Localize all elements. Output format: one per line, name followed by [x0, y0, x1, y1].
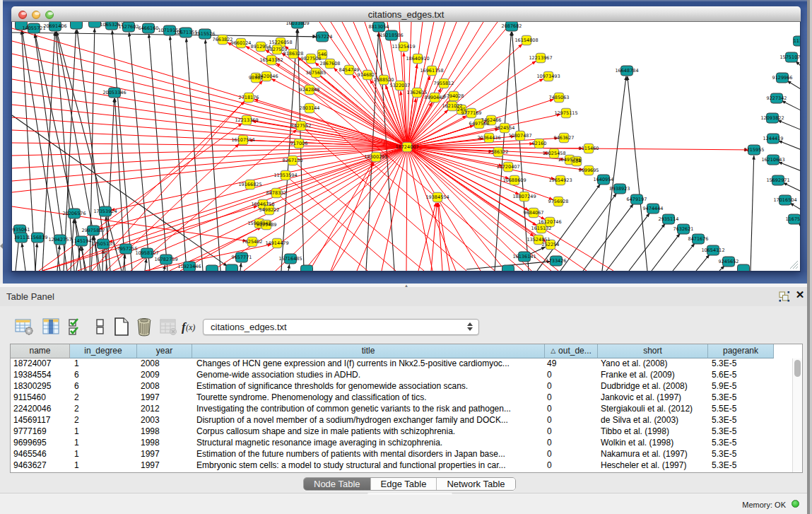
table-cell[interactable]: 5.3E-5: [708, 415, 774, 426]
graph-edge[interactable]: [783, 182, 800, 197]
table-cell[interactable]: 2009: [137, 370, 192, 381]
table-row[interactable]: 946362711997Embryonic stem cells: a mode…: [11, 460, 802, 472]
graph-edge[interactable]: [407, 147, 564, 159]
graph-edge[interactable]: [293, 160, 424, 271]
graph-edge[interactable]: [331, 162, 374, 271]
table-cell[interactable]: 0: [545, 392, 598, 404]
table-cell[interactable]: 2008: [137, 358, 192, 370]
table-cell[interactable]: Tibbo et al. (1998): [598, 426, 708, 438]
show-columns-button[interactable]: [41, 317, 61, 337]
table-cell[interactable]: 49: [545, 358, 598, 370]
graph-edge[interactable]: [407, 147, 456, 271]
table-row[interactable]: 1830029562008Estimation of significance …: [11, 381, 802, 392]
table-cell[interactable]: Disruption of a novel member of a sodium…: [192, 415, 545, 426]
table-cell[interactable]: Jankovic et al. (1997): [598, 392, 708, 404]
column-header-title[interactable]: title: [192, 344, 545, 358]
table-cell[interactable]: 5.3E-5: [708, 426, 774, 438]
table-cell[interactable]: Structural magnetic resonance image aver…: [192, 438, 545, 449]
table-cell[interactable]: Estimation of the future numbers of pati…: [192, 449, 545, 460]
table-cell[interactable]: 6: [70, 370, 137, 381]
graph-edge[interactable]: [602, 76, 626, 271]
select-columns-button[interactable]: [66, 317, 86, 337]
table-cell[interactable]: 2008: [137, 381, 192, 392]
new-column-button[interactable]: [112, 317, 131, 337]
table-cell[interactable]: 2003: [137, 415, 192, 426]
graph-node[interactable]: [89, 22, 101, 28]
column-header-out_de[interactable]: △out_de...: [545, 344, 598, 358]
graph-edge[interactable]: [382, 147, 407, 271]
graph-edge[interactable]: [406, 147, 407, 271]
table-cell[interactable]: 9777169: [11, 426, 70, 438]
graph-edge[interactable]: [583, 204, 633, 271]
graph-edge[interactable]: [12, 147, 407, 156]
graph-edge[interactable]: [12, 41, 407, 147]
table-cell[interactable]: 18724007: [11, 358, 70, 370]
graph-edge[interactable]: [782, 101, 800, 116]
table-cell[interactable]: 9699695: [11, 438, 70, 449]
graph-edge[interactable]: [777, 120, 800, 134]
table-cell[interactable]: 18300295: [11, 381, 70, 392]
graph-edge[interactable]: [22, 243, 25, 271]
table-row[interactable]: 1872400712008Changes of HCN gene express…: [11, 358, 802, 370]
graph-edge[interactable]: [240, 263, 241, 271]
table-cell[interactable]: Corpus callosum shape and size in male p…: [192, 426, 545, 438]
table-cell[interactable]: 1: [70, 358, 137, 370]
table-cell[interactable]: 22420046: [11, 404, 70, 415]
table-cell[interactable]: 0: [545, 415, 598, 426]
table-cell[interactable]: Investigating the contribution of common…: [192, 404, 545, 415]
table-cell[interactable]: 5.3E-5: [708, 358, 774, 370]
graph-edge[interactable]: [751, 156, 754, 271]
column-header-name[interactable]: name: [11, 344, 70, 358]
network-svg[interactable]: 1405572120691406106532671527602646616010…: [12, 22, 800, 271]
table-cell[interactable]: 0: [545, 370, 598, 381]
table-cell[interactable]: 9465546: [11, 449, 70, 460]
table-cell[interactable]: Franke et al. (2009): [598, 370, 708, 381]
graph-node[interactable]: [206, 265, 218, 271]
table-cell[interactable]: 1: [70, 426, 137, 438]
table-cell[interactable]: 9115460: [11, 392, 70, 404]
graph-edge[interactable]: [778, 162, 800, 175]
table-cell[interactable]: 5.5E-5: [708, 404, 774, 415]
table-row[interactable]: 1938455462009Genome-wide association stu…: [11, 370, 802, 381]
graph-edge[interactable]: [39, 124, 242, 271]
graph-edge[interactable]: [12, 147, 407, 168]
table-cell[interactable]: 5.6E-5: [708, 370, 774, 381]
table-cell[interactable]: 0: [545, 381, 598, 392]
row-height-button[interactable]: [90, 317, 110, 337]
graph-node[interactable]: [226, 264, 238, 271]
graph-edge[interactable]: [407, 147, 553, 199]
graph-edge[interactable]: [799, 223, 800, 236]
table-cell[interactable]: 0: [545, 460, 598, 472]
graph-edge[interactable]: [778, 141, 800, 154]
table-cell[interactable]: Changes of HCN gene expression and I(f) …: [192, 358, 545, 370]
table-cell[interactable]: Dudbridge et al. (2008): [598, 381, 708, 392]
table-cell[interactable]: 2: [70, 415, 137, 426]
column-header-pagerank[interactable]: pagerank: [708, 344, 774, 358]
graph-edge[interactable]: [12, 143, 407, 147]
graph-edge[interactable]: [357, 147, 407, 271]
memory-status-indicator[interactable]: [792, 500, 799, 508]
table-options-button[interactable]: [14, 317, 34, 337]
table-cell[interactable]: 0: [545, 449, 598, 460]
table-cell[interactable]: 19384554: [11, 370, 70, 381]
table-cell[interactable]: 1997: [137, 392, 192, 404]
graph-edge[interactable]: [407, 147, 433, 271]
table-cell[interactable]: Tourette syndrome. Phenomenology and cla…: [192, 392, 545, 404]
delete-column-button[interactable]: [134, 317, 154, 337]
float-window-icon[interactable]: [779, 291, 790, 302]
window-resize-grip[interactable]: [789, 260, 799, 269]
graph-edge[interactable]: [112, 30, 132, 271]
table-cell[interactable]: 5.3E-5: [708, 392, 774, 404]
table-row[interactable]: 911546021997Tourette syndrome. Phenomeno…: [11, 392, 802, 404]
graph-edge[interactable]: [796, 61, 800, 76]
graph-edge[interactable]: [35, 243, 37, 271]
table-row[interactable]: 946554611997Estimation of the future num…: [11, 449, 802, 460]
graph-edge[interactable]: [696, 255, 710, 271]
scrollbar-thumb[interactable]: [794, 360, 801, 377]
table-cell[interactable]: 1: [70, 449, 137, 460]
table-cell[interactable]: 6: [70, 381, 137, 392]
table-cell[interactable]: 1997: [137, 460, 192, 472]
tab-network-table[interactable]: Network Table: [437, 478, 514, 490]
graph-edge[interactable]: [606, 213, 649, 271]
table-cell[interactable]: Estimation of significance thresholds fo…: [192, 381, 545, 392]
